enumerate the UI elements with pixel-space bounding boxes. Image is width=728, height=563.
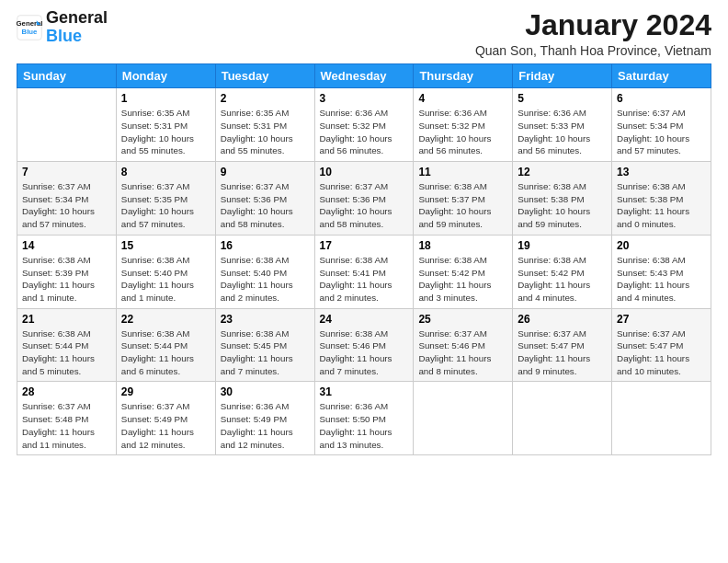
calendar-week-3: 21Sunrise: 6:38 AMSunset: 5:44 PMDayligh… (17, 308, 711, 382)
calendar-cell: 4Sunrise: 6:36 AMSunset: 5:32 PMDaylight… (414, 88, 513, 162)
day-number: 1 (121, 92, 210, 105)
calendar-week-2: 14Sunrise: 6:38 AMSunset: 5:39 PMDayligh… (17, 235, 711, 308)
day-info: Sunrise: 6:37 AMSunset: 5:48 PMDaylight:… (22, 400, 111, 451)
calendar-cell (17, 88, 117, 162)
weekday-header-tuesday: Tuesday (215, 64, 314, 88)
day-number: 11 (418, 166, 507, 178)
day-info: Sunrise: 6:37 AMSunset: 5:35 PMDaylight:… (121, 180, 210, 231)
day-info: Sunrise: 6:37 AMSunset: 5:46 PMDaylight:… (418, 327, 507, 378)
day-info: Sunrise: 6:38 AMSunset: 5:38 PMDaylight:… (617, 180, 706, 231)
day-info: Sunrise: 6:38 AMSunset: 5:39 PMDaylight:… (22, 254, 111, 304)
day-number: 3 (320, 92, 409, 105)
calendar-cell: 13Sunrise: 6:38 AMSunset: 5:38 PMDayligh… (612, 162, 711, 236)
day-number: 17 (320, 239, 409, 252)
calendar-week-0: 1Sunrise: 6:35 AMSunset: 5:31 PMDaylight… (17, 88, 711, 162)
calendar-cell: 3Sunrise: 6:36 AMSunset: 5:32 PMDaylight… (314, 88, 414, 162)
calendar-cell: 1Sunrise: 6:35 AMSunset: 5:31 PMDaylight… (116, 88, 215, 162)
calendar-cell: 28Sunrise: 6:37 AMSunset: 5:48 PMDayligh… (17, 382, 117, 455)
day-info: Sunrise: 6:38 AMSunset: 5:37 PMDaylight:… (418, 180, 507, 231)
day-number: 18 (418, 239, 507, 252)
header: General Blue GeneralBlue January 2024 Qu… (17, 9, 711, 58)
calendar-cell: 21Sunrise: 6:38 AMSunset: 5:44 PMDayligh… (17, 308, 117, 382)
day-info: Sunrise: 6:37 AMSunset: 5:47 PMDaylight:… (617, 327, 706, 378)
calendar-cell: 26Sunrise: 6:37 AMSunset: 5:47 PMDayligh… (513, 308, 612, 382)
calendar-cell: 23Sunrise: 6:38 AMSunset: 5:45 PMDayligh… (215, 308, 314, 382)
day-number: 15 (121, 239, 210, 252)
day-info: Sunrise: 6:35 AMSunset: 5:31 PMDaylight:… (221, 107, 310, 157)
calendar-cell (513, 382, 612, 455)
day-info: Sunrise: 6:38 AMSunset: 5:38 PMDaylight:… (518, 180, 607, 231)
calendar-cell: 29Sunrise: 6:37 AMSunset: 5:49 PMDayligh… (116, 382, 215, 455)
calendar-cell: 15Sunrise: 6:38 AMSunset: 5:40 PMDayligh… (116, 235, 215, 308)
calendar-table: SundayMondayTuesdayWednesdayThursdayFrid… (17, 63, 711, 455)
calendar-week-4: 28Sunrise: 6:37 AMSunset: 5:48 PMDayligh… (17, 382, 711, 455)
day-info: Sunrise: 6:38 AMSunset: 5:42 PMDaylight:… (518, 254, 607, 304)
day-info: Sunrise: 6:37 AMSunset: 5:47 PMDaylight:… (518, 327, 607, 378)
day-number: 21 (22, 313, 111, 326)
calendar-cell: 10Sunrise: 6:37 AMSunset: 5:36 PMDayligh… (314, 162, 414, 236)
calendar-cell: 12Sunrise: 6:38 AMSunset: 5:38 PMDayligh… (513, 162, 612, 236)
calendar-cell (414, 382, 513, 455)
day-info: Sunrise: 6:38 AMSunset: 5:43 PMDaylight:… (617, 254, 706, 304)
day-info: Sunrise: 6:37 AMSunset: 5:34 PMDaylight:… (617, 107, 706, 157)
day-info: Sunrise: 6:38 AMSunset: 5:45 PMDaylight:… (221, 327, 310, 378)
calendar-cell: 27Sunrise: 6:37 AMSunset: 5:47 PMDayligh… (612, 308, 711, 382)
day-number: 29 (121, 385, 210, 398)
day-info: Sunrise: 6:38 AMSunset: 5:44 PMDaylight:… (121, 327, 210, 378)
weekday-header-friday: Friday (513, 64, 612, 88)
calendar-cell: 11Sunrise: 6:38 AMSunset: 5:37 PMDayligh… (414, 162, 513, 236)
day-number: 24 (320, 313, 409, 326)
day-number: 30 (221, 385, 310, 398)
calendar-body: 1Sunrise: 6:35 AMSunset: 5:31 PMDaylight… (17, 88, 711, 455)
day-number: 7 (22, 166, 111, 178)
day-info: Sunrise: 6:36 AMSunset: 5:49 PMDaylight:… (221, 400, 310, 451)
day-number: 8 (121, 166, 210, 178)
calendar-cell: 18Sunrise: 6:38 AMSunset: 5:42 PMDayligh… (414, 235, 513, 308)
day-number: 9 (221, 166, 310, 178)
day-info: Sunrise: 6:37 AMSunset: 5:36 PMDaylight:… (320, 180, 409, 231)
calendar-title: January 2024 (475, 9, 711, 41)
weekday-header-saturday: Saturday (612, 64, 711, 88)
calendar-cell: 14Sunrise: 6:38 AMSunset: 5:39 PMDayligh… (17, 235, 117, 308)
calendar-cell: 30Sunrise: 6:36 AMSunset: 5:49 PMDayligh… (215, 382, 314, 455)
weekday-header-thursday: Thursday (414, 64, 513, 88)
calendar-cell: 9Sunrise: 6:37 AMSunset: 5:36 PMDaylight… (215, 162, 314, 236)
calendar-cell: 8Sunrise: 6:37 AMSunset: 5:35 PMDaylight… (116, 162, 215, 236)
day-number: 10 (320, 166, 409, 178)
day-number: 20 (617, 239, 706, 252)
day-number: 25 (418, 313, 507, 326)
day-number: 13 (617, 166, 706, 178)
day-number: 4 (418, 92, 507, 105)
calendar-cell: 25Sunrise: 6:37 AMSunset: 5:46 PMDayligh… (414, 308, 513, 382)
calendar-cell: 19Sunrise: 6:38 AMSunset: 5:42 PMDayligh… (513, 235, 612, 308)
day-number: 31 (320, 385, 409, 398)
weekday-header-row: SundayMondayTuesdayWednesdayThursdayFrid… (17, 64, 711, 88)
calendar-cell: 7Sunrise: 6:37 AMSunset: 5:34 PMDaylight… (17, 162, 117, 236)
calendar-cell: 2Sunrise: 6:35 AMSunset: 5:31 PMDaylight… (215, 88, 314, 162)
calendar-cell: 22Sunrise: 6:38 AMSunset: 5:44 PMDayligh… (116, 308, 215, 382)
day-info: Sunrise: 6:36 AMSunset: 5:32 PMDaylight:… (320, 107, 409, 157)
svg-text:Blue: Blue (22, 28, 39, 36)
calendar-cell (612, 382, 711, 455)
logo: General Blue GeneralBlue (17, 9, 108, 46)
day-info: Sunrise: 6:38 AMSunset: 5:46 PMDaylight:… (320, 327, 409, 378)
day-info: Sunrise: 6:38 AMSunset: 5:42 PMDaylight:… (418, 254, 507, 304)
calendar-cell: 17Sunrise: 6:38 AMSunset: 5:41 PMDayligh… (314, 235, 414, 308)
day-number: 19 (518, 239, 607, 252)
day-number: 2 (221, 92, 310, 105)
day-info: Sunrise: 6:35 AMSunset: 5:31 PMDaylight:… (121, 107, 210, 157)
day-number: 27 (617, 313, 706, 326)
day-info: Sunrise: 6:38 AMSunset: 5:41 PMDaylight:… (320, 254, 409, 304)
day-number: 14 (22, 239, 111, 252)
calendar-cell: 20Sunrise: 6:38 AMSunset: 5:43 PMDayligh… (612, 235, 711, 308)
calendar-cell: 31Sunrise: 6:36 AMSunset: 5:50 PMDayligh… (314, 382, 414, 455)
day-number: 16 (221, 239, 310, 252)
calendar-cell: 16Sunrise: 6:38 AMSunset: 5:40 PMDayligh… (215, 235, 314, 308)
calendar-cell: 6Sunrise: 6:37 AMSunset: 5:34 PMDaylight… (612, 88, 711, 162)
day-number: 5 (518, 92, 607, 105)
day-number: 26 (518, 313, 607, 326)
day-info: Sunrise: 6:36 AMSunset: 5:50 PMDaylight:… (320, 400, 409, 451)
day-number: 23 (221, 313, 310, 326)
calendar-page: General Blue GeneralBlue January 2024 Qu… (0, 0, 728, 563)
day-info: Sunrise: 6:36 AMSunset: 5:32 PMDaylight:… (418, 107, 507, 157)
